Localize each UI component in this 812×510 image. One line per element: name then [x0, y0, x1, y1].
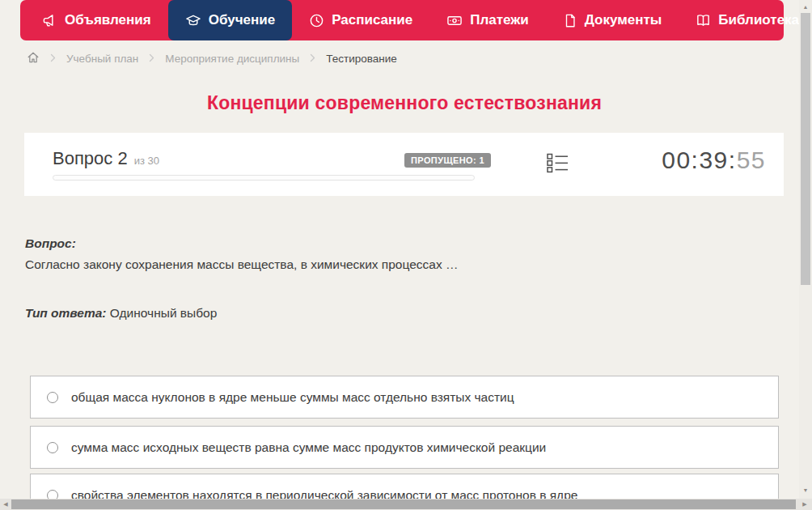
vertical-scrollbar: ▲ ▼	[799, 0, 812, 499]
nav-item-label: Обучение	[209, 12, 275, 28]
test-page: Объявления Обучение Расписание	[0, 0, 812, 510]
answer-type-label: Тип ответа:	[25, 306, 107, 320]
answer-option-2[interactable]: сумма масс исходных веществ равна сумме …	[30, 426, 779, 469]
horizontal-scrollbar	[0, 499, 812, 510]
horizontal-scrollbar-thumb[interactable]	[11, 499, 796, 509]
breadcrumb-item-testing: Тестирование	[326, 53, 397, 65]
question-total-label: из 30	[134, 155, 159, 167]
checklist-icon	[547, 162, 569, 176]
question-label: Вопрос:	[25, 236, 76, 251]
nav-item-payments[interactable]: Платежи	[429, 0, 546, 40]
scroll-right-arrow-icon[interactable]: ▶	[799, 499, 810, 510]
nav-item-label: Платежи	[470, 12, 529, 28]
document-icon	[563, 13, 577, 28]
skipped-badge: ПРОПУЩЕНО: 1	[404, 153, 491, 168]
timer-seconds: 55	[737, 147, 766, 173]
scroll-down-arrow-icon[interactable]: ▼	[799, 484, 812, 495]
breadcrumb-separator-icon	[50, 53, 56, 65]
nav-item-label: Документы	[585, 12, 662, 28]
answer-option-label: сумма масс исходных веществ равна сумме …	[71, 440, 546, 455]
answer-type-value: Одиночный выбор	[110, 306, 218, 320]
breadcrumb-separator-icon	[310, 53, 315, 65]
nav-item-label: Расписание	[332, 12, 412, 28]
nav-item-label: Объявления	[65, 12, 151, 28]
megaphone-icon	[42, 13, 57, 28]
scroll-left-arrow-icon[interactable]: ◀	[0, 499, 11, 510]
graduation-cap-icon	[185, 13, 201, 28]
main-navbar: Объявления Обучение Расписание	[20, 0, 784, 40]
nav-item-label: Библиотека	[718, 12, 799, 28]
home-icon[interactable]	[27, 51, 40, 66]
test-progress-bar	[53, 175, 475, 181]
nav-item-documents[interactable]: Документы	[546, 0, 679, 40]
banknote-icon	[446, 13, 463, 28]
question-number: Вопрос 2из 30	[53, 148, 159, 169]
timer-hours-minutes: 00:39:	[662, 147, 736, 173]
answer-option-label: общая масса нуклонов в ядре меньше суммы…	[71, 390, 514, 405]
page-title: Концепции современного естествознания	[0, 92, 809, 114]
nav-item-learning[interactable]: Обучение	[168, 0, 292, 40]
nav-item-announcements[interactable]: Объявления	[25, 0, 168, 40]
breadcrumb-item-curriculum[interactable]: Учебный план	[66, 53, 138, 65]
breadcrumb: Учебный план Мероприятие дисциплины Тест…	[27, 50, 397, 66]
clock-icon	[309, 13, 324, 28]
breadcrumb-item-discipline-event[interactable]: Мероприятие дисциплины	[165, 53, 299, 65]
vertical-scrollbar-thumb[interactable]	[801, 13, 810, 285]
question-list-button[interactable]	[547, 153, 569, 174]
open-book-icon	[696, 13, 711, 28]
scroll-up-arrow-icon[interactable]: ▲	[799, 1, 812, 12]
question-header-card: Вопрос 2из 30 ПРОПУЩЕНО: 1 00:39:55	[24, 133, 784, 196]
nav-item-library[interactable]: Библиотека	[679, 0, 812, 40]
radio-button[interactable]	[47, 442, 58, 453]
radio-button[interactable]	[47, 392, 58, 403]
countdown-timer: 00:39:55	[662, 147, 766, 174]
question-number-label: Вопрос 2	[53, 148, 128, 168]
nav-item-schedule[interactable]: Расписание	[292, 0, 429, 40]
question-text: Согласно закону сохранения массы веществ…	[25, 257, 459, 272]
answer-type-row: Тип ответа: Одиночный выбор	[25, 306, 217, 321]
answer-option-1[interactable]: общая масса нуклонов в ядре меньше суммы…	[30, 376, 779, 419]
breadcrumb-separator-icon	[149, 53, 154, 65]
